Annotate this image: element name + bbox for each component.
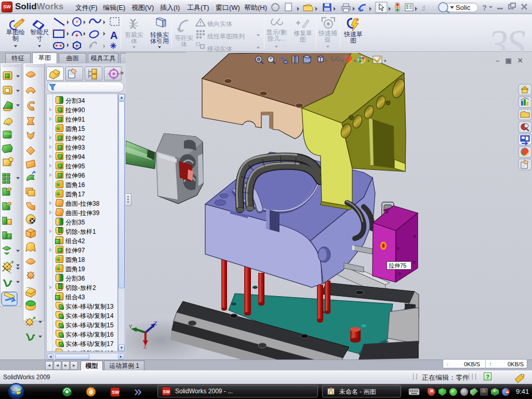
svg-text:少..: 少.. bbox=[422, 5, 425, 10]
svg-text:Solic: Solic bbox=[456, 4, 471, 11]
svg-text:Y: Y bbox=[129, 324, 132, 330]
svg-text:SW: SW bbox=[112, 390, 119, 395]
svg-text:SW: SW bbox=[163, 389, 171, 394]
svg-text:Z: Z bbox=[154, 321, 157, 327]
svg-text:X: X bbox=[143, 344, 147, 351]
svg-text:A: A bbox=[110, 30, 117, 41]
svg-text:?: ? bbox=[482, 3, 487, 12]
